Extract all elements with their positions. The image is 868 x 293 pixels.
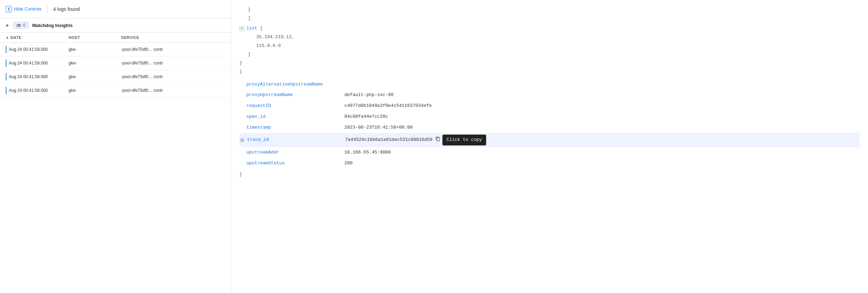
copy-tooltip: Click to copy <box>442 135 486 145</box>
top-bar: Hide Controls 4 logs found <box>0 0 231 18</box>
chevron-icon <box>6 6 12 12</box>
col-header-host: HOST <box>69 35 121 40</box>
kv-key: requestID <box>246 102 344 110</box>
table-header: DATE HOST SERVICE <box>0 33 231 43</box>
cell-date-2: Aug 24 00:41:59.000 <box>6 59 69 67</box>
expand-arrow-icon: ► <box>6 23 10 28</box>
svg-rect-2 <box>19 25 19 26</box>
kv-key: span_id <box>246 113 344 121</box>
gear-icon[interactable] <box>239 137 245 143</box>
cell-host-1: gke- <box>69 47 121 52</box>
kv-row: proxyAlternativeUpstreamName <box>239 79 860 90</box>
vertical-divider <box>47 5 48 13</box>
kv-container: proxyAlternativeUpstreamNameproxyUpstrea… <box>239 79 860 179</box>
binoculars-icon <box>16 23 21 27</box>
kv-key: upstreamAddr <box>246 149 344 156</box>
kv-row: trace_id7a44524c16b6a1a61dec531c08016d59… <box>239 133 860 147</box>
watchdog-count: 0 <box>23 23 26 28</box>
hide-controls-label: Hide Controls <box>14 6 42 12</box>
json-close-brace-2: } <box>239 59 860 68</box>
watchdog-badge: 0 <box>13 22 29 29</box>
table-body: Aug 24 00:41:59.000 gke- -pool-dfe75df0…… <box>0 43 231 293</box>
cell-host-4: gke- <box>69 88 121 93</box>
table-row[interactable]: Aug 24 00:41:59.000 gke- -pool-dfe75df0…… <box>0 43 231 56</box>
cell-date-3: Aug 24 00:41:58.000 <box>6 73 69 81</box>
kv-row: requestIDc4077d0b1049a2f0e4c5411637034ef… <box>239 101 860 111</box>
cell-date-4: Aug 24 00:41:58.000 <box>6 87 69 94</box>
table-row[interactable]: Aug 24 00:41:59.000 gke- -pool-dfe75df0…… <box>0 56 231 70</box>
json-list-close-bracket: ] <box>239 50 860 59</box>
kv-row: span_id84c80fa44e7cc28c <box>239 111 860 122</box>
copy-icon[interactable] <box>435 136 440 144</box>
table-row[interactable]: Aug 24 00:41:58.000 gke- -pool-dfe75df0…… <box>0 84 231 97</box>
col-header-date[interactable]: DATE <box>6 35 69 40</box>
json-close-bracket: ] <box>239 14 860 23</box>
kv-value: 84c80fa44e7cc28c <box>344 113 388 121</box>
sort-icon <box>6 36 9 39</box>
row-indicator-2 <box>6 59 7 67</box>
row-indicator-1 <box>6 46 7 53</box>
json-close-brace-1: } <box>239 6 860 14</box>
cell-service-4: -pool-dfe75df0… contr <box>121 88 225 93</box>
kv-key: upstreamStatus <box>246 160 344 167</box>
kv-value: 200 <box>344 160 352 167</box>
cell-service-2: -pool-dfe75df0… contr <box>121 61 225 66</box>
kv-row: timestamp2023-08-23T16:41:58+00:00 <box>239 122 860 133</box>
json-close-brace-3: } <box>239 68 860 76</box>
kv-key: proxyAlternativeUpstreamName <box>246 81 344 88</box>
svg-rect-4 <box>437 138 440 141</box>
kv-value: 2023-08-23T16:41:58+00:00 <box>344 124 413 131</box>
kv-value: default-php-svc-80 <box>344 91 393 99</box>
logs-found-text: 4 logs found <box>53 6 80 12</box>
collapse-icon[interactable]: − <box>239 26 244 31</box>
watchdog-insights-row[interactable]: ► 0 Watchdog Insights <box>0 18 231 33</box>
left-panel: Hide Controls 4 logs found ► 0 Watchdog … <box>0 0 231 293</box>
table-row[interactable]: Aug 24 00:41:58.000 gke- -pool-dfe75df0…… <box>0 70 231 84</box>
kv-row: upstreamStatus200 <box>239 158 860 169</box>
json-list-item-1: 35.194.219.12, <box>239 33 860 42</box>
hide-controls-button[interactable]: Hide Controls <box>6 5 42 14</box>
cell-date-1: Aug 24 00:41:59.000 <box>6 46 69 53</box>
cell-service-1: -pool-dfe75df0… contr <box>121 47 225 52</box>
col-header-service: SERVICE <box>121 35 225 40</box>
row-indicator-3 <box>6 73 7 81</box>
kv-value: 10.166.65.45:8080 <box>344 149 391 156</box>
right-panel: } ] − list [ 35.194.219.12, 115.0.0.0 ] … <box>231 0 868 293</box>
json-list-block: − list [ 35.194.219.12, 115.0.0.0 ] <box>239 24 860 59</box>
kv-row: proxyUpstreamNamedefault-php-svc-80 <box>239 90 860 101</box>
kv-key: timestamp <box>246 124 344 131</box>
json-list-item-2: 115.0.0.0 <box>239 42 860 50</box>
cell-service-3: -pool-dfe75df0… contr <box>121 74 225 79</box>
watchdog-label: Watchdog Insights <box>32 23 73 28</box>
row-indicator-4 <box>6 87 7 94</box>
json-list-key: list <box>246 24 257 33</box>
kv-key: trace_id <box>247 136 345 144</box>
svg-point-3 <box>241 139 243 141</box>
cell-host-3: gke- <box>69 74 121 79</box>
kv-value: 7a44524c16b6a1a61dec531c08016d59 <box>345 136 433 144</box>
kv-value: c4077d0b1049a2f0e4c5411637034efe <box>344 102 432 110</box>
kv-key: proxyUpstreamName <box>246 91 344 99</box>
cell-host-2: gke- <box>69 61 121 66</box>
detail-closing-brace: } <box>239 170 860 179</box>
kv-row: upstreamAddr10.166.65.45:8080 <box>239 147 860 158</box>
